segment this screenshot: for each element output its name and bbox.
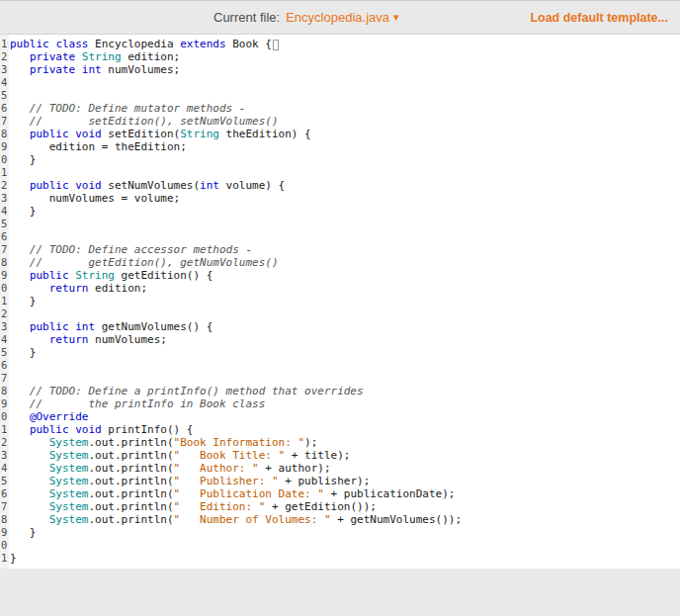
code-text: } bbox=[9, 295, 37, 308]
file-selector[interactable]: Encyclopedia.java ▾ bbox=[286, 10, 398, 25]
code-line[interactable]: 0 bbox=[0, 539, 680, 552]
code-line[interactable]: 8 // getEdition(), getNumVolumes() bbox=[0, 256, 680, 269]
line-number: 0 bbox=[0, 282, 9, 295]
line-number: 7 bbox=[0, 372, 9, 385]
code-text: // TODO: Define a printInfo() method tha… bbox=[9, 385, 364, 397]
code-text: return numVolumes; bbox=[9, 333, 167, 346]
code-lines: 1public class Encyclopedia extends Book … bbox=[0, 38, 680, 565]
code-line[interactable]: 8 // TODO: Define a printInfo() method t… bbox=[0, 385, 680, 397]
line-number: 3 bbox=[0, 449, 9, 462]
code-line[interactable]: 6 bbox=[0, 230, 680, 243]
code-text bbox=[9, 359, 10, 372]
code-text bbox=[9, 230, 10, 243]
code-text: public class Encyclopedia extends Book { bbox=[9, 38, 279, 50]
code-editor[interactable]: 1public class Encyclopedia extends Book … bbox=[0, 35, 680, 569]
code-line[interactable]: 1public class Encyclopedia extends Book … bbox=[0, 38, 680, 50]
code-text: numVolumes = volume; bbox=[9, 192, 180, 205]
line-number: 6 bbox=[0, 230, 9, 243]
code-text: // setEdition(), setNumVolumes() bbox=[9, 115, 279, 128]
code-line[interactable]: 4 bbox=[0, 76, 680, 89]
line-number: 8 bbox=[0, 385, 9, 397]
code-text: public void setEdition(String theEdition… bbox=[9, 128, 311, 140]
line-number: 5 bbox=[0, 346, 9, 359]
line-number: 4 bbox=[0, 333, 9, 346]
line-number: 5 bbox=[0, 89, 9, 102]
code-line[interactable]: 6 bbox=[0, 359, 680, 372]
line-number: 1 bbox=[0, 552, 9, 565]
load-default-template-link[interactable]: Load default template... bbox=[530, 11, 668, 25]
code-text: } bbox=[9, 552, 17, 565]
code-line[interactable]: 2 private String edition; bbox=[0, 50, 680, 63]
code-text: public void setNumVolumes(int volume) { bbox=[9, 179, 285, 192]
code-line[interactable]: 3 public int getNumVolumes() { bbox=[0, 320, 680, 333]
code-text bbox=[9, 308, 10, 320]
code-line[interactable]: 9 } bbox=[0, 526, 680, 539]
code-line[interactable]: 5 } bbox=[0, 346, 680, 359]
line-number: 1 bbox=[0, 295, 9, 308]
chevron-down-icon: ▾ bbox=[393, 12, 399, 23]
code-text: } bbox=[9, 346, 37, 359]
code-line[interactable]: 8 System.out.println(" Number of Volumes… bbox=[0, 513, 680, 526]
code-line[interactable]: 9 public String getEdition() { bbox=[0, 269, 680, 282]
code-text: public String getEdition() { bbox=[9, 269, 212, 282]
code-text: public int getNumVolumes() { bbox=[9, 320, 212, 333]
line-number: 2 bbox=[0, 50, 9, 63]
code-text: System.out.println(" Number of Volumes: … bbox=[9, 513, 462, 526]
code-line[interactable]: 7 // TODO: Define accessor methods - bbox=[0, 243, 680, 256]
code-text: // TODO: Define mutator methods - bbox=[9, 102, 245, 115]
line-number: 9 bbox=[0, 526, 9, 539]
code-line[interactable]: 5 bbox=[0, 218, 680, 230]
code-line[interactable]: 8 public void setEdition(String theEditi… bbox=[0, 128, 680, 140]
code-line[interactable]: 4 } bbox=[0, 205, 680, 218]
code-line[interactable]: 4 return numVolumes; bbox=[0, 333, 680, 346]
code-line[interactable]: 5 bbox=[0, 89, 680, 102]
line-number: 6 bbox=[0, 102, 9, 115]
code-line[interactable]: 3 System.out.println(" Book Title: " + t… bbox=[0, 449, 680, 462]
code-line[interactable]: 0 @Override bbox=[0, 410, 680, 423]
current-file-group: Current file: Encyclopedia.java ▾ bbox=[213, 1, 399, 34]
code-text: System.out.println("Book Information: ")… bbox=[9, 436, 317, 449]
line-number: 6 bbox=[0, 359, 9, 372]
code-text bbox=[9, 218, 10, 230]
code-text: private int numVolumes; bbox=[9, 63, 180, 76]
line-number: 0 bbox=[0, 153, 9, 166]
line-number: 3 bbox=[0, 320, 9, 333]
code-line[interactable]: 7 // setEdition(), setNumVolumes() bbox=[0, 115, 680, 128]
code-text bbox=[9, 372, 10, 385]
code-line[interactable]: 5 System.out.println(" Publisher: " + pu… bbox=[0, 475, 680, 487]
current-file-label: Current file: bbox=[213, 10, 280, 25]
line-number: 1 bbox=[0, 38, 9, 50]
line-number: 8 bbox=[0, 128, 9, 140]
code-line[interactable]: 9 edition = theEdition; bbox=[0, 140, 680, 153]
code-line[interactable]: 1 public void printInfo() { bbox=[0, 423, 680, 436]
code-line[interactable]: 3 private int numVolumes; bbox=[0, 63, 680, 76]
line-number: 9 bbox=[0, 140, 9, 153]
code-text: System.out.println(" Publication Date: "… bbox=[9, 487, 455, 500]
code-line[interactable]: 3 numVolumes = volume; bbox=[0, 192, 680, 205]
code-line[interactable]: 2 System.out.println("Book Information: … bbox=[0, 436, 680, 449]
code-line[interactable]: 9 // the printInfo in Book class bbox=[0, 397, 680, 410]
code-line[interactable]: 1} bbox=[0, 552, 680, 565]
code-text: System.out.println(" Author: " + author)… bbox=[9, 462, 331, 475]
code-line[interactable]: 2 bbox=[0, 308, 680, 320]
code-line[interactable]: 1 bbox=[0, 166, 680, 179]
line-number: 9 bbox=[0, 269, 9, 282]
code-line[interactable]: 4 System.out.println(" Author: " + autho… bbox=[0, 462, 680, 475]
line-number: 5 bbox=[0, 475, 9, 487]
code-line[interactable]: 0 } bbox=[0, 153, 680, 166]
code-line[interactable]: 6 System.out.println(" Publication Date:… bbox=[0, 487, 680, 500]
code-line[interactable]: 7 System.out.println(" Edition: " + getE… bbox=[0, 500, 680, 513]
code-line[interactable]: 6 // TODO: Define mutator methods - bbox=[0, 102, 680, 115]
code-text: // the printInfo in Book class bbox=[9, 397, 265, 410]
text-cursor bbox=[273, 40, 279, 50]
file-name: Encyclopedia.java bbox=[286, 10, 389, 25]
code-line[interactable]: 2 public void setNumVolumes(int volume) … bbox=[0, 179, 680, 192]
code-text: System.out.println(" Book Title: " + tit… bbox=[9, 449, 350, 462]
line-number: 7 bbox=[0, 500, 9, 513]
code-text: // TODO: Define accessor methods - bbox=[9, 243, 252, 256]
code-line[interactable]: 7 bbox=[0, 372, 680, 385]
line-number: 2 bbox=[0, 436, 9, 449]
code-line[interactable]: 0 return edition; bbox=[0, 282, 680, 295]
code-text: } bbox=[9, 526, 37, 539]
code-line[interactable]: 1 } bbox=[0, 295, 680, 308]
